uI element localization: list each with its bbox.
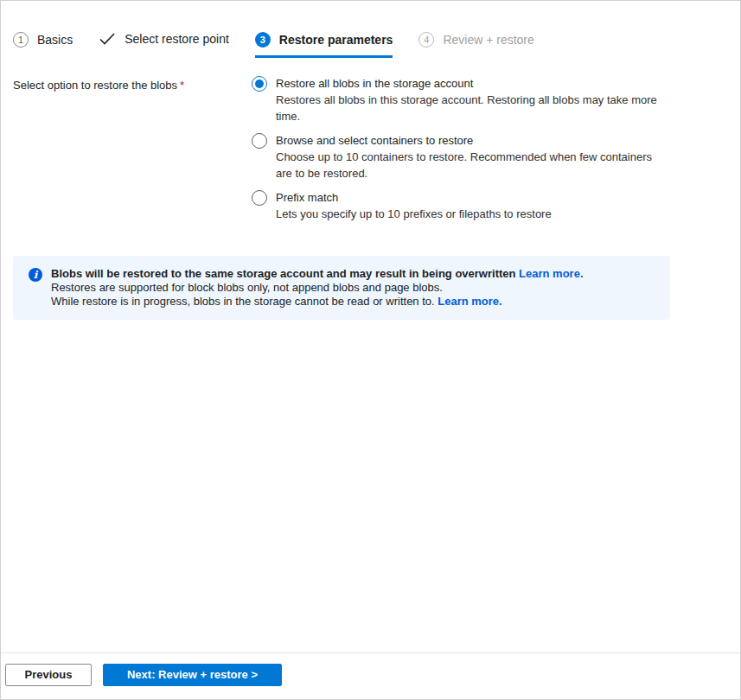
radio-dot xyxy=(255,137,264,145)
radio-unselected-icon[interactable] xyxy=(252,190,267,206)
option-restore-all-blobs-description: Restores all blobs in this storage accou… xyxy=(276,92,669,124)
field-label-text: Select option to restore the blobs xyxy=(13,79,177,92)
restore-option-form-row: Select option to restore the blobs* Rest… xyxy=(1,58,740,230)
wizard-footer: Previous Next: Review + restore > xyxy=(1,652,740,699)
tab-basics-label: Basics xyxy=(37,33,73,47)
step-1-number-icon: 1 xyxy=(13,32,29,48)
option-prefix-match-description: Lets you specify up to 10 prefixes or fi… xyxy=(276,206,669,222)
previous-button[interactable]: Previous xyxy=(5,664,92,686)
option-browse-containers-description: Choose up to 10 containers to restore. R… xyxy=(276,149,669,181)
option-text: Restore all blobs in the storage account… xyxy=(276,75,728,124)
restore-option-group: Restore all blobs in the storage account… xyxy=(252,75,728,230)
tab-basics[interactable]: 1 Basics xyxy=(13,32,73,58)
option-prefix-match[interactable]: Prefix match Lets you specify up to 10 p… xyxy=(252,189,728,222)
learn-more-link-2[interactable]: Learn more. xyxy=(438,295,501,308)
option-browse-containers-label: Browse and select containers to restore xyxy=(276,132,728,149)
tab-review-restore-label: Review + restore xyxy=(443,33,533,47)
option-restore-all-blobs[interactable]: Restore all blobs in the storage account… xyxy=(252,75,728,124)
option-prefix-match-label: Prefix match xyxy=(276,189,728,206)
radio-selected-icon[interactable] xyxy=(252,76,267,92)
tab-restore-parameters-label: Restore parameters xyxy=(279,33,393,47)
info-banner-line-3-text: While restore is in progress, blobs in t… xyxy=(51,295,435,308)
tab-review-restore[interactable]: 4 Review + restore xyxy=(418,32,533,58)
option-restore-all-blobs-label: Restore all blobs in the storage account xyxy=(276,75,728,92)
step-3-badge-icon: 3 xyxy=(255,32,271,48)
checkmark-icon xyxy=(99,32,116,46)
info-banner-line-1-bold: Blobs will be restored to the same stora… xyxy=(51,267,515,280)
required-marker: * xyxy=(180,79,184,92)
restore-wizard-page: 1 Basics Select restore point 3 Restore … xyxy=(0,0,741,700)
radio-dot xyxy=(255,80,264,88)
option-text: Browse and select containers to restore … xyxy=(276,132,728,181)
info-banner-line-3: While restore is in progress, blobs in t… xyxy=(51,295,584,309)
wizard-step-tabs: 1 Basics Select restore point 3 Restore … xyxy=(1,1,740,58)
radio-unselected-icon[interactable] xyxy=(252,133,267,149)
option-browse-containers[interactable]: Browse and select containers to restore … xyxy=(252,132,728,181)
info-banner: i Blobs will be restored to the same sto… xyxy=(13,256,670,320)
restore-option-field-label: Select option to restore the blobs* xyxy=(13,75,252,93)
info-banner-text: Blobs will be restored to the same stora… xyxy=(51,267,584,309)
info-banner-line-1: Blobs will be restored to the same stora… xyxy=(51,267,584,281)
next-review-restore-button[interactable]: Next: Review + restore > xyxy=(103,664,282,686)
info-icon: i xyxy=(29,268,42,282)
tab-restore-parameters[interactable]: 3 Restore parameters xyxy=(255,32,393,58)
learn-more-link-1[interactable]: Learn more. xyxy=(519,267,583,280)
radio-dot xyxy=(255,194,264,202)
tab-select-restore-point[interactable]: Select restore point xyxy=(99,32,229,56)
step-4-number-icon: 4 xyxy=(418,32,434,48)
info-banner-line-2: Restores are supported for block blobs o… xyxy=(51,281,584,295)
tab-select-restore-point-label: Select restore point xyxy=(125,32,229,46)
option-text: Prefix match Lets you specify up to 10 p… xyxy=(276,189,728,222)
